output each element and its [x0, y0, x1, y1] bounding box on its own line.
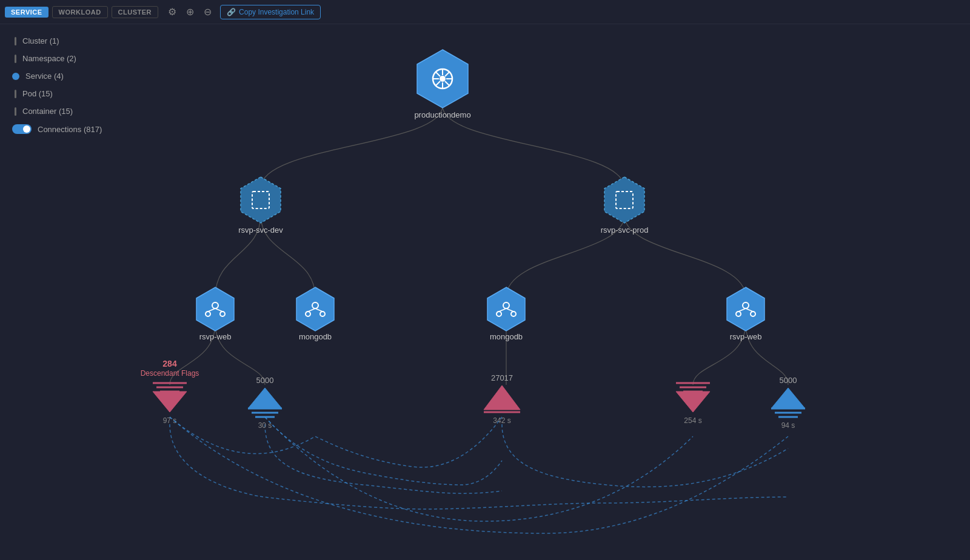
port-97s[interactable]: 284 Descendant Flags 97 s [141, 359, 199, 425]
port-5000-prod-label: 5000 [780, 376, 797, 385]
port-5000-dev-label: 5000 [256, 376, 274, 385]
port-5000-dev[interactable]: 5000 30 s [248, 376, 282, 430]
port-254s[interactable]: 254 s [676, 383, 710, 425]
svg-marker-47 [484, 385, 520, 410]
tab-cluster[interactable]: CLUSTER [112, 6, 158, 18]
port-5000-prod-time: 94 s [781, 421, 795, 430]
node-rsvp-web-dev-label: rsvp-web [199, 332, 232, 341]
node-rsvp-web-dev[interactable]: rsvp-web [196, 287, 234, 341]
svg-marker-11 [241, 177, 281, 223]
svg-marker-52 [676, 392, 710, 412]
flag-count-284: 284 [162, 359, 177, 368]
svg-marker-42 [153, 392, 187, 412]
dashed-arc-2 [265, 424, 502, 493]
dashed-arc-3 [502, 424, 788, 487]
zoom-controls: ⚙ ⊕ ⊖ [166, 4, 214, 20]
node-mongodb-dev[interactable]: mongodb [296, 287, 334, 341]
zoom-in-icon[interactable]: ⊕ [184, 4, 196, 20]
arc-3 [265, 417, 693, 521]
node-mongodb-prod[interactable]: mongodb [487, 287, 525, 341]
arc-1 [170, 417, 502, 467]
graph-canvas: productiondemo rsvp-svc-dev rsvp-svc-pro… [0, 24, 970, 560]
svg-marker-13 [604, 177, 644, 223]
tab-service[interactable]: SERVICE [5, 7, 48, 18]
node-rsvp-web-prod-label: rsvp-web [730, 332, 762, 341]
arc-4 [170, 417, 788, 533]
node-mongodb-prod-label: mongodb [490, 332, 523, 341]
port-27017-label: 27017 [491, 373, 513, 382]
node-rsvp-svc-dev[interactable]: rsvp-svc-dev [238, 177, 283, 235]
link-icon: 🔗 [227, 8, 236, 16]
node-rsvp-svc-prod[interactable]: rsvp-svc-prod [601, 177, 649, 235]
toolbar: SERVICE WORKLOAD CLUSTER ⚙ ⊕ ⊖ 🔗 Copy In… [0, 0, 970, 24]
node-productiondemo-label: productiondemo [414, 110, 470, 119]
svg-point-2 [440, 76, 446, 82]
node-mongodb-dev-label: mongodb [299, 332, 332, 341]
copy-investigation-link-button[interactable]: 🔗 Copy Investigation Link [220, 5, 321, 19]
node-rsvp-web-prod[interactable]: rsvp-web [727, 287, 764, 341]
settings-icon[interactable]: ⚙ [166, 4, 179, 20]
tab-workload[interactable]: WORKLOAD [52, 6, 108, 18]
node-rsvp-svc-dev-label: rsvp-svc-dev [238, 225, 283, 235]
svg-marker-46 [248, 388, 282, 408]
node-rsvp-svc-prod-label: rsvp-svc-prod [601, 225, 649, 235]
zoom-out-icon[interactable]: ⊖ [201, 4, 214, 20]
flag-text: Descendant Flags [141, 369, 199, 378]
svg-marker-56 [771, 388, 805, 408]
port-5000-prod[interactable]: 5000 94 s [771, 376, 805, 430]
port-254s-time: 254 s [684, 416, 701, 425]
